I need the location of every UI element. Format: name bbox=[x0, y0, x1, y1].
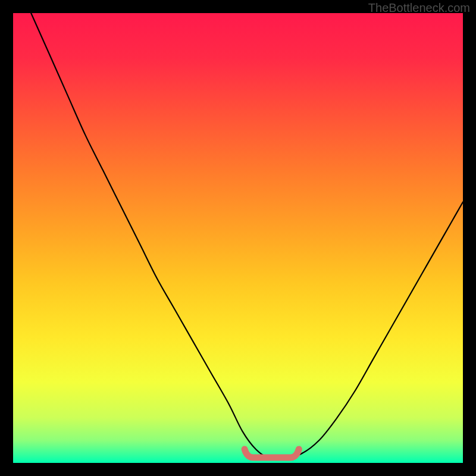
outer-frame: TheBottleneck.com bbox=[0, 0, 476, 476]
plot-area bbox=[13, 13, 463, 463]
chart-svg bbox=[13, 13, 463, 463]
gradient-background bbox=[13, 13, 463, 463]
watermark-text: TheBottleneck.com bbox=[368, 1, 470, 15]
